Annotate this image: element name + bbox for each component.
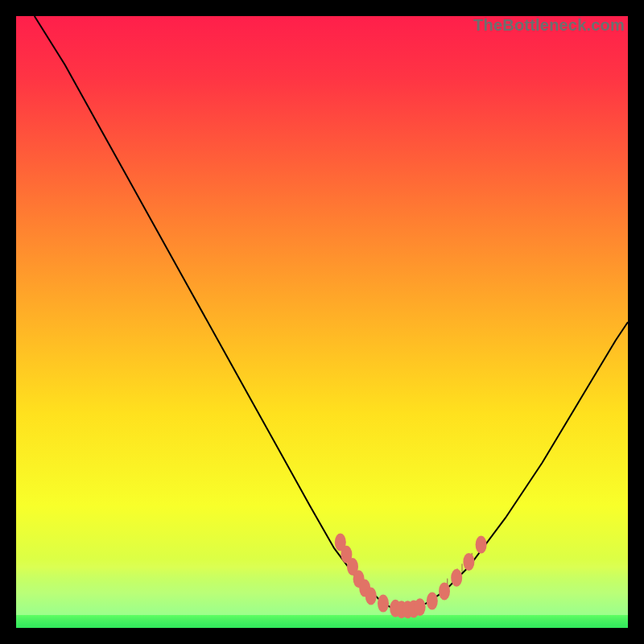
marker-dot [476,536,487,554]
marker-dot [378,595,389,613]
marker-dot [451,569,462,587]
chart-frame: TheBottleneck.com [16,16,628,628]
bottleneck-curve [35,16,628,609]
marker-dot [365,588,377,605]
marker-dot [439,582,450,600]
watermark-text: TheBottleneck.com [473,16,625,35]
plot-svg [16,16,628,628]
marker-dot [415,598,426,616]
marker-dot [427,592,438,610]
marker-dot [463,553,474,571]
marker-cluster [335,534,487,619]
